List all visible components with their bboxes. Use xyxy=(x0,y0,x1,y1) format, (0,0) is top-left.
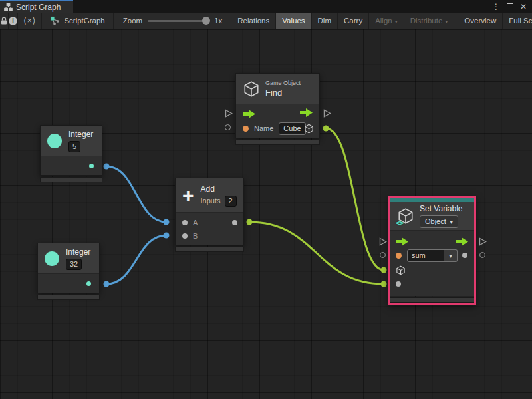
toolbar-button-dim[interactable]: Dim xyxy=(312,13,338,29)
name-value-field[interactable]: Cube xyxy=(279,122,305,135)
graph-toolbar: i ⟨×⟩ ScriptGraph Zoom 1x Relations xyxy=(0,13,532,29)
value-output-port[interactable] xyxy=(462,253,467,258)
node-title: Find xyxy=(265,88,301,98)
caret-down-icon: ▾ xyxy=(395,19,398,25)
node-footer xyxy=(390,297,474,303)
integer-value-field[interactable]: 5 xyxy=(68,141,80,152)
variable-scope-dropdown[interactable]: Object ▾ xyxy=(420,215,458,228)
graph-breadcrumb[interactable]: ScriptGraph xyxy=(42,13,113,29)
value-entry-marker xyxy=(225,124,231,130)
node-footer xyxy=(37,295,100,300)
zoom-slider-handle[interactable] xyxy=(202,17,210,25)
zoom-value: 1x xyxy=(214,17,222,25)
flow-input-port[interactable] xyxy=(243,110,256,118)
unity-script-graph-window: Script Graph ⋮ ✕ i ⟨×⟩ xyxy=(0,0,532,399)
node-integer-5[interactable]: Integer 5 xyxy=(40,125,102,182)
flow-entry-marker xyxy=(225,109,233,118)
graph-name-label: ScriptGraph xyxy=(64,17,104,25)
wire-integer-32.value-out-to-add.input-b xyxy=(106,235,166,284)
graph-canvas[interactable]: Integer 5 Integer 32 xyxy=(0,29,532,399)
flow-output-port[interactable] xyxy=(456,237,469,246)
variable-name-combo[interactable]: sum ▾ xyxy=(407,249,458,262)
flow-exit-marker xyxy=(323,109,331,118)
info-button[interactable]: i xyxy=(9,13,18,29)
menu-kebab-icon[interactable]: ⋮ xyxy=(492,3,500,11)
variable-name-dropdown-button[interactable]: ▾ xyxy=(444,249,458,262)
tab-script-graph[interactable]: Script Graph xyxy=(0,0,73,13)
flow-entry-marker xyxy=(379,237,387,246)
integer-type-icon xyxy=(45,251,59,266)
maximize-icon[interactable] xyxy=(507,3,513,9)
name-input-port[interactable] xyxy=(243,126,249,132)
game-object-cube-icon xyxy=(243,80,260,98)
input-port-b[interactable] xyxy=(182,233,188,239)
node-title: Add xyxy=(201,184,237,194)
node-add[interactable]: + Add Inputs 2 A xyxy=(175,178,244,252)
integer-type-icon xyxy=(47,134,62,148)
wire-find.result-out-to-set-variable.target-in xyxy=(326,128,384,270)
lock-icon xyxy=(0,17,8,25)
wire-integer-5.value-out-to-add.input-a xyxy=(106,166,166,222)
port-label-b: B xyxy=(193,232,198,240)
variable-name-port[interactable] xyxy=(396,253,402,259)
graph-hierarchy-icon xyxy=(4,3,13,11)
toolbar-button-overview[interactable]: Overview xyxy=(458,13,503,29)
toolbar-button-carry[interactable]: Carry xyxy=(338,13,369,29)
zoom-label: Zoom xyxy=(123,17,142,25)
variable-brackets-icon: <> xyxy=(396,219,403,227)
node-title: Set Variable xyxy=(420,204,462,213)
caret-down-icon: ▾ xyxy=(450,217,453,227)
code-preview-button[interactable]: ⟨×⟩ xyxy=(18,13,42,29)
caret-down-icon: ▾ xyxy=(445,19,448,25)
add-icon: + xyxy=(182,187,194,204)
name-label: Name xyxy=(254,124,273,132)
tab-bar: Script Graph ⋮ ✕ xyxy=(0,0,532,13)
node-footer xyxy=(40,177,102,182)
game-object-output-port[interactable] xyxy=(304,124,314,134)
zoom-slider[interactable] xyxy=(148,20,209,22)
value-exit-marker xyxy=(479,252,485,258)
caret-down-icon: ▾ xyxy=(449,253,452,259)
window-controls: ⋮ ✕ xyxy=(492,0,532,13)
sum-output-port[interactable] xyxy=(232,220,237,225)
input-port-a[interactable] xyxy=(182,220,188,225)
variable-name-field[interactable]: sum xyxy=(407,249,444,262)
flow-output-port[interactable] xyxy=(300,108,313,117)
toolbar-button-relations[interactable]: Relations xyxy=(231,13,276,29)
script-graph-icon xyxy=(50,16,60,25)
node-footer xyxy=(175,247,244,252)
integer-value-field[interactable]: 32 xyxy=(66,259,82,270)
toolbar-button-fullscreen[interactable]: Full Screen xyxy=(503,13,532,29)
node-game-object-find[interactable]: Game Object Find Na xyxy=(235,73,320,145)
inputs-count-field[interactable]: 2 xyxy=(225,196,237,207)
target-object-port[interactable] xyxy=(396,265,406,275)
node-integer-32[interactable]: Integer 32 xyxy=(37,243,100,300)
node-category: Game Object xyxy=(265,80,301,86)
info-icon: i xyxy=(9,17,17,25)
inputs-label: Inputs xyxy=(201,197,221,205)
flow-exit-marker xyxy=(479,237,487,246)
node-title: Integer xyxy=(68,130,93,139)
value-output-port[interactable] xyxy=(89,164,94,168)
wire-add.sum-out-to-set-variable.value-in xyxy=(249,222,384,284)
value-input-port[interactable] xyxy=(396,281,401,287)
node-footer xyxy=(235,140,320,145)
node-set-variable[interactable]: <> Set Variable Object ▾ xyxy=(388,196,476,305)
value-entry-marker xyxy=(380,252,386,258)
toolbar-button-align[interactable]: Align ▾ xyxy=(369,13,404,29)
port-label-a: A xyxy=(193,219,198,227)
flow-input-port[interactable] xyxy=(396,237,409,246)
value-output-port[interactable] xyxy=(86,281,91,286)
tab-title: Script Graph xyxy=(16,3,61,12)
zoom-control: Zoom 1x xyxy=(114,13,228,29)
lock-button[interactable] xyxy=(0,13,9,29)
node-title: Integer xyxy=(66,247,90,257)
toolbar-button-distribute[interactable]: Distribute ▾ xyxy=(404,13,455,29)
close-icon[interactable]: ✕ xyxy=(520,3,527,11)
code-icon: ⟨×⟩ xyxy=(23,16,36,25)
toolbar-button-values[interactable]: Values xyxy=(276,13,311,29)
